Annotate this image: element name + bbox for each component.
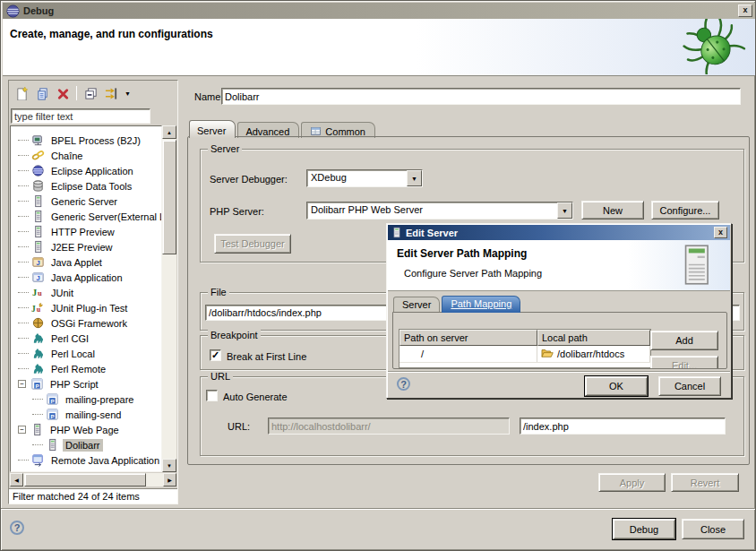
filter-input[interactable] [11,108,150,124]
footer-separator [1,508,756,510]
tree-item-perl-cgi[interactable]: Perl CGI [11,331,161,346]
revert-button[interactable]: Revert [671,473,739,492]
help-icon[interactable]: ? [397,377,410,391]
dialog-title: Edit Server [406,228,458,238]
tree-item-junit[interactable]: JuJUnit [11,285,161,300]
tree-item-junit-plug-in-test[interactable]: JuJUnit Plug-in Test [11,300,161,315]
server-tower-icon [680,244,712,288]
toolbar-separator [76,86,77,100]
edit-button[interactable]: Edit... [650,356,718,369]
tree-item-bpel-process-b2j[interactable]: BPEL Process (B2J) [11,133,161,148]
tree-item-label: Perl CGI [48,332,91,345]
close-button[interactable]: Close [682,519,744,539]
tree-item-label: Chaîne [48,150,85,162]
tree-item-label: Generic Server [48,195,120,208]
collapse-node-icon[interactable]: − [18,426,26,434]
tree-item-php-web-page[interactable]: −PHP Web Page [11,422,161,437]
ok-button[interactable]: OK [585,376,648,396]
tree-item-mailing-prepare[interactable]: Pmailing-prepare [11,392,161,407]
add-button[interactable]: Add [650,331,718,350]
debug-window: Debug x Create, manage, and run configur… [0,0,756,551]
scroll-up-icon[interactable]: ▲ [162,125,176,139]
local-path-cell[interactable]: /dolibarr/htdocs [537,346,650,362]
tree-item-label: Eclipse Application [48,165,136,177]
tree-item-cha-ne[interactable]: Chaîne [11,148,161,163]
tab-path-mapping[interactable]: Path Mapping [442,296,520,313]
tree-item-osgi-framework[interactable]: OSGi Framework [11,315,161,331]
eclipse-sphere-icon [30,164,45,178]
tree-item-java-application[interactable]: JJava Application [11,270,161,285]
debug-button[interactable]: Debug [613,519,675,539]
server-icon [30,210,45,224]
duplicate-icon[interactable] [35,86,49,100]
tree-item-label: Eclipse Data Tools [48,180,134,193]
configure-button[interactable]: Configure... [651,201,719,220]
tree-item-generic-server[interactable]: Generic Server [11,194,161,209]
url-path-input[interactable] [520,418,726,435]
vscroll-thumb[interactable] [162,140,176,254]
name-input[interactable] [221,88,741,105]
hscroll-thumb[interactable] [24,473,146,486]
delete-icon[interactable] [56,86,70,100]
tree-item-perl-remote[interactable]: Perl Remote [11,361,161,376]
path-mapping-panel: Path on server Local path //dolibarr/htd… [392,312,727,369]
break-first-line-label: Break at First Line [227,351,306,362]
tree-item-label: Perl Local [48,348,98,360]
tree-item-remote-java-application[interactable]: Remote Java Application [11,452,161,468]
tree-item-generic-server-external-la[interactable]: Generic Server(External La [11,209,161,224]
svg-text:u: u [36,306,40,314]
apply-button[interactable]: Apply [598,473,666,492]
php-web-icon [45,438,59,452]
tree-item-eclipse-data-tools[interactable]: Eclipse Data Tools [11,178,161,194]
server-debugger-select[interactable]: XDebug ▼ [306,169,423,187]
filter-icon[interactable] [104,86,118,100]
tree-item-perl-local[interactable]: Perl Local [11,346,161,361]
collapse-all-icon[interactable] [83,86,98,100]
tree-item-http-preview[interactable]: HTTP Preview [11,224,161,239]
scroll-right-icon[interactable]: ▶ [163,473,176,486]
local-path-label: /dolibarr/htdocs [557,349,624,359]
scroll-left-icon[interactable]: ◀ [10,473,23,486]
dialog-button-bar: ? OK Cancel [388,371,730,398]
tree-connector [32,414,43,415]
tree-horizontal-scrollbar[interactable]: ◀ ▶ [10,473,176,486]
chevron-down-icon[interactable]: ▼ [407,170,422,186]
database-icon [30,179,45,194]
tree-item-java-applet[interactable]: JJava Applet [11,254,161,270]
tree-item-j2ee-preview[interactable]: J2EE Preview [11,239,161,254]
collapse-node-icon[interactable]: − [18,380,26,388]
path-mapping-row[interactable]: //dolibarr/htdocs [399,346,650,362]
help-icon[interactable]: ? [10,521,24,535]
column-local-path[interactable]: Local path [537,330,650,346]
test-debugger-button[interactable]: Test Debugger [214,234,291,254]
path-mapping-table: Path on server Local path //dolibarr/htd… [399,329,651,368]
column-path-on-server[interactable]: Path on server [399,330,537,346]
perl-icon [30,347,45,361]
tree-item-mailing-send[interactable]: Pmailing-send [11,407,161,422]
break-first-line-checkbox[interactable]: ✓ [210,349,221,361]
tree-connector [18,292,29,293]
tree-item-label: Perl Remote [48,363,108,375]
new-button[interactable]: New [581,201,644,220]
new-config-icon[interactable] [14,86,29,100]
tree-vertical-scrollbar[interactable]: ▲ ▼ [162,125,176,472]
path-on-server-cell[interactable]: / [399,346,537,362]
chevron-down-icon[interactable]: ▼ [557,202,572,219]
tree-item-php-script[interactable]: −PPHP Script [11,376,161,392]
scroll-down-icon[interactable]: ▼ [162,459,176,472]
cancel-button[interactable]: Cancel [658,376,721,396]
tree-item-eclipse-application[interactable]: Eclipse Application [11,163,161,178]
svg-text:J: J [36,274,39,282]
php-script-icon: P [30,377,44,392]
php-server-select[interactable]: Dolibarr PHP Web Server ▼ [306,202,573,220]
menu-caret-icon[interactable]: ▼ [125,90,131,97]
auto-generate-checkbox[interactable] [206,390,218,401]
file-group-label: File [208,287,229,297]
close-icon[interactable]: x [738,4,752,17]
tree-item-dolibarr[interactable]: Dolibarr [11,437,161,452]
php-server-label: PHP Server: [210,206,264,217]
page-title: Create, manage, and run configurations [10,28,213,40]
close-icon[interactable]: x [714,227,727,238]
tab-server-settings[interactable]: Server [393,297,440,313]
tab-server[interactable]: Server [189,120,236,138]
